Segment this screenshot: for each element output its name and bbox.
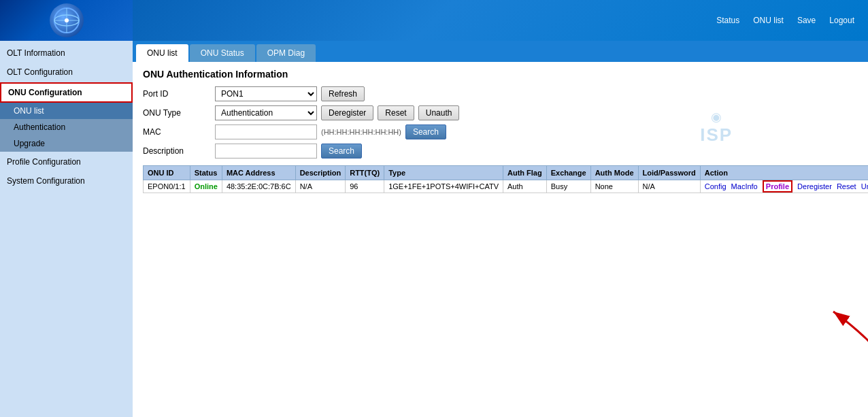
unauth-button[interactable]: Unauth xyxy=(418,105,460,120)
col-action: Action xyxy=(700,166,868,180)
cell-mac-address: 48:35:2E:0C:7B:6C xyxy=(222,180,295,193)
nav-save[interactable]: Save xyxy=(797,16,816,25)
port-id-row: Port ID PON1 PON2 PON3 PON4 Refresh xyxy=(143,86,868,101)
nav-onu-list[interactable]: ONU list xyxy=(753,16,784,25)
col-status: Status xyxy=(190,166,222,180)
mac-hint: (HH:HH:HH:HH:HH:HH) xyxy=(321,128,401,136)
col-auth-flag: Auth Flag xyxy=(503,166,546,180)
action-reset[interactable]: Reset xyxy=(837,182,856,190)
sidebar-item-onu-configuration[interactable]: ONU Configuration xyxy=(0,82,133,103)
logo-area xyxy=(0,0,133,41)
content-area: ONU list ONU Status OPM Diag ONU Authent… xyxy=(133,41,868,417)
cell-rtt: 96 xyxy=(346,180,384,193)
action-unauth[interactable]: Unauth xyxy=(861,182,868,190)
cell-action: Config MacInfo Profile Deregister Reset … xyxy=(700,180,868,193)
action-macinfo[interactable]: MacInfo xyxy=(731,182,758,190)
mac-input[interactable] xyxy=(215,124,317,139)
annotation-arrow xyxy=(755,301,868,369)
sidebar-item-system-configuration[interactable]: System Configuration xyxy=(0,172,133,190)
col-rtt: RTT(TQ) xyxy=(346,166,384,180)
description-input[interactable] xyxy=(215,144,317,159)
col-loid-password: Loid/Password xyxy=(638,166,700,180)
onu-table: ONU ID Status MAC Address Description RT… xyxy=(143,165,868,193)
top-nav: Status ONU list Save Logout xyxy=(716,16,854,25)
col-type: Type xyxy=(384,166,503,180)
mac-search-button[interactable]: Search xyxy=(405,124,446,139)
cell-status: Online xyxy=(190,180,222,193)
refresh-button[interactable]: Refresh xyxy=(321,86,365,101)
page-title: ONU Authentication Information xyxy=(143,69,868,80)
col-onu-id: ONU ID xyxy=(144,166,190,180)
port-id-label: Port ID xyxy=(143,89,211,99)
mac-label: MAC xyxy=(143,127,211,137)
table-row: EPON0/1:1 Online 48:35:2E:0C:7B:6C N/A 9… xyxy=(144,180,869,193)
col-mac-address: MAC Address xyxy=(222,166,295,180)
tab-onu-list[interactable]: ONU list xyxy=(136,44,188,62)
logo-icon xyxy=(50,3,84,37)
description-row: Description Search xyxy=(143,144,868,159)
col-auth-mode: Auth Mode xyxy=(590,166,638,180)
cell-description: N/A xyxy=(295,180,346,193)
tabs-bar: ONU list ONU Status OPM Diag xyxy=(133,41,868,62)
nav-status[interactable]: Status xyxy=(716,16,739,25)
sidebar-item-olt-configuration[interactable]: OLT Configuration xyxy=(0,63,133,81)
cell-auth-flag: Auth xyxy=(503,180,546,193)
deregister-button[interactable]: Deregister xyxy=(321,105,373,120)
cell-type: 1GE+1FE+1POTS+4WIFI+CATV xyxy=(384,180,503,193)
sidebar-subitem-onu-list[interactable]: ONU list xyxy=(0,103,133,119)
action-profile[interactable]: Profile xyxy=(763,180,792,193)
col-exchange: Exchange xyxy=(546,166,590,180)
mac-row: MAC (HH:HH:HH:HH:HH:HH) Search xyxy=(143,124,868,139)
sidebar-item-profile-configuration[interactable]: Profile Configuration xyxy=(0,153,133,171)
sidebar: OLT Information OLT Configuration ONU Co… xyxy=(0,41,133,417)
cell-loid-password: N/A xyxy=(638,180,700,193)
port-id-select[interactable]: PON1 PON2 PON3 PON4 xyxy=(215,86,317,101)
action-deregister[interactable]: Deregister xyxy=(797,182,832,190)
reset-button[interactable]: Reset xyxy=(378,105,414,120)
svg-point-4 xyxy=(65,18,69,22)
sidebar-item-olt-information[interactable]: OLT Information xyxy=(0,44,133,62)
tab-onu-status[interactable]: ONU Status xyxy=(190,44,255,62)
onu-type-label: ONU Type xyxy=(143,108,211,118)
tab-opm-diag[interactable]: OPM Diag xyxy=(256,44,316,62)
action-config[interactable]: Config xyxy=(705,182,727,190)
cell-exchange: Busy xyxy=(546,180,590,193)
cell-auth-mode: None xyxy=(590,180,638,193)
description-label: Description xyxy=(143,146,211,156)
nav-logout[interactable]: Logout xyxy=(829,16,854,25)
cell-onu-id: EPON0/1:1 xyxy=(144,180,190,193)
onu-type-select[interactable]: Authentication SN Loid xyxy=(215,105,317,120)
sidebar-subitem-upgrade[interactable]: Upgrade xyxy=(0,135,133,152)
col-description: Description xyxy=(295,166,346,180)
description-search-button[interactable]: Search xyxy=(321,144,362,159)
sidebar-subitem-authentication[interactable]: Authentication xyxy=(0,119,133,135)
onu-type-row: ONU Type Authentication SN Loid Deregist… xyxy=(143,105,868,120)
